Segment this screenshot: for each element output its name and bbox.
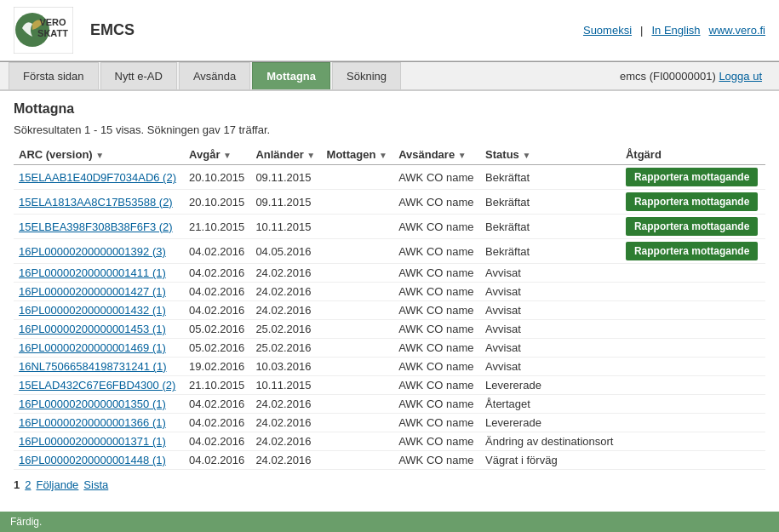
cell-mottagen <box>322 451 394 470</box>
cell-anlander: 24.02.2016 <box>250 414 321 432</box>
arc-link[interactable]: 15ELBEA398F308B38F6F3 (2) <box>19 220 173 233</box>
tab-mottagna[interactable]: Mottagna <box>252 62 330 89</box>
cell-avgar: 19.02.2016 <box>184 358 250 376</box>
cell-anlander: 24.02.2016 <box>250 451 321 470</box>
table-row: 16PL00000200000001432 (1)04.02.201624.02… <box>14 301 765 320</box>
rapportera-mottagande-button[interactable]: Rapportera mottagande <box>626 168 758 186</box>
cell-action <box>621 358 765 376</box>
suomeksi-link[interactable]: Suomeksi <box>583 24 632 37</box>
table-row: 15ELAAB1E40D9F7034AD6 (2)20.10.201509.11… <box>14 165 765 190</box>
cell-arc: 16PL00000200000001350 (1) <box>14 395 184 414</box>
logout-link[interactable]: Logga ut <box>719 70 762 83</box>
cell-arc: 16PL00000200000001392 (3) <box>14 239 184 264</box>
cell-action <box>621 376 765 395</box>
arc-link[interactable]: 16PL00000200000001392 (3) <box>19 245 166 258</box>
cell-avsandare: AWK CO name <box>393 358 480 376</box>
arc-link[interactable]: 16PL00000200000001453 (1) <box>19 323 166 335</box>
header-links: Suomeksi | In English www.vero.fi <box>583 24 765 37</box>
rapportera-mottagande-button[interactable]: Rapportera mottagande <box>626 217 758 236</box>
tab-avsanda[interactable]: Avsända <box>179 62 250 89</box>
cell-avgar: 21.10.2015 <box>184 215 250 239</box>
cell-mottagen <box>322 165 394 190</box>
cell-arc: 15ELA1813AA8C17B53588 (2) <box>14 190 184 215</box>
cell-anlander: 25.02.2016 <box>250 320 321 339</box>
arc-link[interactable]: 16PL00000200000001469 (1) <box>19 341 166 354</box>
cell-avsandare: AWK CO name <box>393 451 480 470</box>
user-info: emcs (FI00000001) Logga ut <box>611 66 770 86</box>
cell-avgar: 04.02.2016 <box>184 414 250 432</box>
tab-nytt-ead[interactable]: Nytt e-AD <box>100 62 177 89</box>
cell-mottagen <box>322 358 394 376</box>
cell-avsandare: AWK CO name <box>393 432 480 451</box>
arc-link[interactable]: 16PL00000200000001350 (1) <box>19 398 166 410</box>
cell-action <box>621 414 765 432</box>
cell-avsandare: AWK CO name <box>393 264 480 283</box>
cell-avgar: 20.10.2015 <box>184 165 250 190</box>
table-row: 15ELA1813AA8C17B53588 (2)20.10.201509.11… <box>14 190 765 215</box>
cell-avsandare: AWK CO name <box>393 414 480 432</box>
cell-action: Rapportera mottagande <box>621 215 765 239</box>
cell-action <box>621 395 765 414</box>
cell-arc: 16PL00000200000001453 (1) <box>14 320 184 339</box>
rapportera-mottagande-button[interactable]: Rapportera mottagande <box>626 192 758 211</box>
cell-mottagen <box>322 414 394 432</box>
navbar: Första sidan Nytt e-AD Avsända Mottagna … <box>0 62 779 91</box>
logo-area: VERO SKATT EMCS <box>14 7 135 54</box>
cell-anlander: 04.05.2016 <box>250 239 321 264</box>
cell-avsandare: AWK CO name <box>393 215 480 239</box>
cell-status: Avvisat <box>480 320 621 339</box>
cell-status: Bekräftat <box>480 215 621 239</box>
cell-avsandare: AWK CO name <box>393 301 480 320</box>
cell-avsandare: AWK CO name <box>393 320 480 339</box>
cell-anlander: 09.11.2015 <box>250 190 321 215</box>
vero-fi-link[interactable]: www.vero.fi <box>709 24 765 37</box>
arc-link[interactable]: 15ELAD432C67E6FBD4300 (2) <box>19 379 175 392</box>
cell-status: Avvisat <box>480 339 621 358</box>
cell-arc: 16PL00000200000001411 (1) <box>14 264 184 283</box>
sista-link[interactable]: Sista <box>83 478 108 491</box>
cell-status: Avvisat <box>480 358 621 376</box>
table-row: 16PL00000200000001366 (1)04.02.201624.02… <box>14 414 765 432</box>
search-result-text: Sökresultaten 1 - 15 visas. Sökningen ga… <box>14 123 765 136</box>
cell-anlander: 10.11.2015 <box>250 376 321 395</box>
arc-link[interactable]: 16PL00000200000001427 (1) <box>19 285 166 298</box>
col-arc: ARC (version) ▼ <box>14 145 184 165</box>
cell-arc: 16PL00000200000001371 (1) <box>14 432 184 451</box>
col-atgard: Åtgärd <box>621 145 765 165</box>
page-2-link[interactable]: 2 <box>25 478 31 491</box>
arc-link[interactable]: 16PL00000200000001371 (1) <box>19 435 166 448</box>
arc-link[interactable]: 15ELAAB1E40D9F7034AD6 (2) <box>19 171 176 184</box>
table-header-row: ARC (version) ▼ Avgår ▼ Anländer ▼ Motta… <box>14 145 765 165</box>
cell-status: Levererade <box>480 376 621 395</box>
cell-avgar: 04.02.2016 <box>184 301 250 320</box>
col-avgar: Avgår ▼ <box>184 145 250 165</box>
cell-avgar: 20.10.2015 <box>184 190 250 215</box>
cell-avsandare: AWK CO name <box>393 239 480 264</box>
arc-link[interactable]: 16NL75066584198731241 (1) <box>19 360 167 373</box>
page-heading: Mottagna <box>14 101 765 117</box>
cell-status: Avvisat <box>480 264 621 283</box>
arc-link[interactable]: 15ELA1813AA8C17B53588 (2) <box>19 196 173 209</box>
cell-status: Avvisat <box>480 283 621 301</box>
table-row: 15ELAD432C67E6FBD4300 (2)21.10.201510.11… <box>14 376 765 395</box>
foljande-link[interactable]: Följande <box>36 478 78 491</box>
table-body: 15ELAAB1E40D9F7034AD6 (2)20.10.201509.11… <box>14 165 765 470</box>
table-row: 16PL00000200000001371 (1)04.02.201624.02… <box>14 432 765 451</box>
svg-text:SKATT: SKATT <box>37 28 68 38</box>
cell-avsandare: AWK CO name <box>393 165 480 190</box>
cell-avgar: 21.10.2015 <box>184 376 250 395</box>
cell-anlander: 24.02.2016 <box>250 264 321 283</box>
arc-link[interactable]: 16PL00000200000001366 (1) <box>19 416 166 429</box>
in-english-link[interactable]: In English <box>651 24 700 37</box>
rapportera-mottagande-button[interactable]: Rapportera mottagande <box>626 242 758 260</box>
arc-link[interactable]: 16PL00000200000001448 (1) <box>19 454 166 466</box>
arc-link[interactable]: 16PL00000200000001432 (1) <box>19 304 166 317</box>
cell-status: Ändring av destinationsort <box>480 432 621 451</box>
results-table: ARC (version) ▼ Avgår ▼ Anländer ▼ Motta… <box>14 145 765 470</box>
cell-arc: 15ELAD432C67E6FBD4300 (2) <box>14 376 184 395</box>
cell-arc: 15ELBEA398F308B38F6F3 (2) <box>14 215 184 239</box>
cell-mottagen <box>322 376 394 395</box>
tab-sokning[interactable]: Sökning <box>332 62 401 89</box>
arc-link[interactable]: 16PL00000200000001411 (1) <box>19 266 166 279</box>
tab-forsta-sidan[interactable]: Första sidan <box>9 62 99 89</box>
